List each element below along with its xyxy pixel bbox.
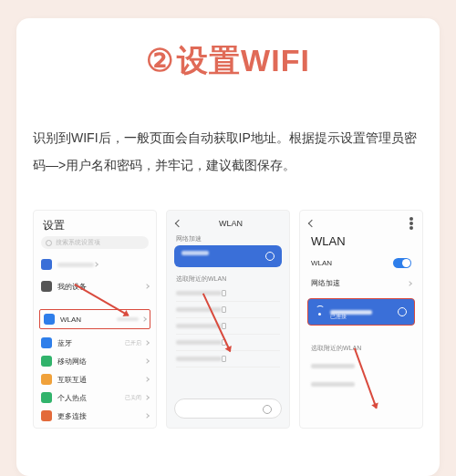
wlan-title: WLAN bbox=[181, 219, 280, 228]
step-description: 识别到WIFI后，一般页面会自动获取IP地址。根据提示设置管理员密码—>用户名和… bbox=[33, 124, 423, 179]
settings-row-wlan[interactable]: WLAN bbox=[39, 309, 150, 329]
wifi-item[interactable] bbox=[176, 351, 280, 367]
chevron-right-icon bbox=[93, 262, 98, 267]
nearby-list bbox=[176, 285, 280, 367]
chevron-right-icon bbox=[144, 395, 150, 400]
lock-icon bbox=[222, 323, 226, 329]
step-title: 设置WIFI bbox=[177, 40, 310, 82]
settings-row-more[interactable]: 更多连接 bbox=[41, 408, 149, 424]
search-input[interactable]: 搜索系统设置项 bbox=[41, 236, 149, 249]
wifi-icon bbox=[316, 308, 325, 316]
mobile-label: 移动网络 bbox=[57, 357, 145, 367]
lock-icon bbox=[222, 290, 226, 296]
info-icon bbox=[265, 252, 275, 261]
chevron-right-icon bbox=[144, 377, 150, 382]
connect-label: 互联互通 bbox=[57, 375, 145, 385]
screenshot-wlan-list: WLAN 网络加速 选取附近的WLAN bbox=[166, 210, 290, 429]
settings-row-bluetooth[interactable]: 蓝牙 已开启 bbox=[41, 335, 149, 351]
nearby-list bbox=[311, 357, 411, 393]
screenshot-wlan-connected: WLAN WLAN 网络加速 已连接 选取附近的WLAN bbox=[299, 210, 423, 429]
accel-row[interactable]: 网络加速 bbox=[311, 278, 411, 288]
more-label: 更多连接 bbox=[57, 411, 145, 421]
step-number: ② bbox=[146, 42, 173, 78]
wlan-title: WLAN bbox=[311, 234, 346, 248]
screenshots-row: 设置 搜索系统设置项 我的设备 WLAN 蓝牙 bbox=[33, 210, 423, 429]
chevron-right-icon bbox=[144, 358, 150, 364]
accel-card[interactable] bbox=[174, 245, 282, 267]
chevron-right-icon bbox=[141, 316, 147, 322]
password-input[interactable] bbox=[174, 398, 282, 419]
account-label bbox=[57, 263, 94, 267]
wifi-item[interactable] bbox=[176, 285, 280, 302]
chevron-right-icon bbox=[144, 284, 150, 289]
back-icon[interactable] bbox=[308, 220, 316, 227]
screenshot-settings: 设置 搜索系统设置项 我的设备 WLAN 蓝牙 bbox=[33, 210, 157, 429]
wlan-label: WLAN bbox=[311, 259, 332, 267]
connected-network[interactable]: 已连接 bbox=[307, 298, 415, 326]
wlan-toggle[interactable] bbox=[393, 258, 411, 268]
settings-row-connect[interactable]: 互联互通 bbox=[41, 371, 149, 388]
mobile-icon bbox=[41, 356, 52, 367]
wlan-topbar bbox=[300, 216, 422, 231]
wifi-item[interactable] bbox=[176, 318, 280, 335]
bluetooth-icon bbox=[41, 337, 52, 348]
info-icon[interactable] bbox=[398, 307, 407, 316]
account-icon bbox=[41, 259, 52, 270]
chevron-right-icon bbox=[144, 413, 150, 419]
connected-sub: 已连接 bbox=[330, 313, 347, 321]
settings-row-account[interactable] bbox=[41, 256, 149, 273]
chevron-right-icon bbox=[144, 340, 150, 346]
tutorial-card: ②设置WIFI 识别到WIFI后，一般页面会自动获取IP地址。根据提示设置管理员… bbox=[16, 18, 440, 476]
chevron-right-icon bbox=[407, 281, 412, 286]
bt-label: 蓝牙 bbox=[57, 338, 125, 348]
hotspot-sub: 已关闭 bbox=[125, 394, 141, 402]
settings-title: 设置 bbox=[43, 218, 65, 233]
lock-icon bbox=[222, 306, 226, 313]
wifi-icon bbox=[44, 314, 55, 325]
bt-sub: 已开启 bbox=[125, 339, 141, 347]
title-row: ②设置WIFI bbox=[33, 40, 423, 82]
section-accel: 网络加速 bbox=[176, 234, 202, 243]
wlan-sub bbox=[117, 317, 139, 321]
wifi-item[interactable] bbox=[311, 375, 411, 393]
more-icon[interactable] bbox=[409, 222, 413, 225]
device-icon bbox=[41, 281, 52, 292]
lock-icon bbox=[222, 356, 226, 362]
more-icon bbox=[41, 410, 52, 421]
section-nearby: 选取附近的WLAN bbox=[176, 274, 226, 284]
settings-row-device[interactable]: 我的设备 bbox=[41, 278, 149, 295]
wlan-topbar: WLAN bbox=[167, 216, 289, 231]
device-label: 我的设备 bbox=[57, 282, 145, 292]
wifi-item[interactable] bbox=[176, 302, 280, 318]
wlan-toggle-row[interactable]: WLAN bbox=[311, 258, 411, 268]
connect-icon bbox=[41, 374, 52, 385]
wlan-label: WLAN bbox=[60, 316, 117, 324]
hotspot-label: 个人热点 bbox=[57, 393, 125, 403]
accel-label: 网络加速 bbox=[311, 278, 340, 288]
settings-row-mobile[interactable]: 移动网络 bbox=[41, 353, 149, 369]
settings-row-hotspot[interactable]: 个人热点 已关闭 bbox=[41, 389, 149, 406]
hotspot-icon bbox=[41, 392, 52, 403]
